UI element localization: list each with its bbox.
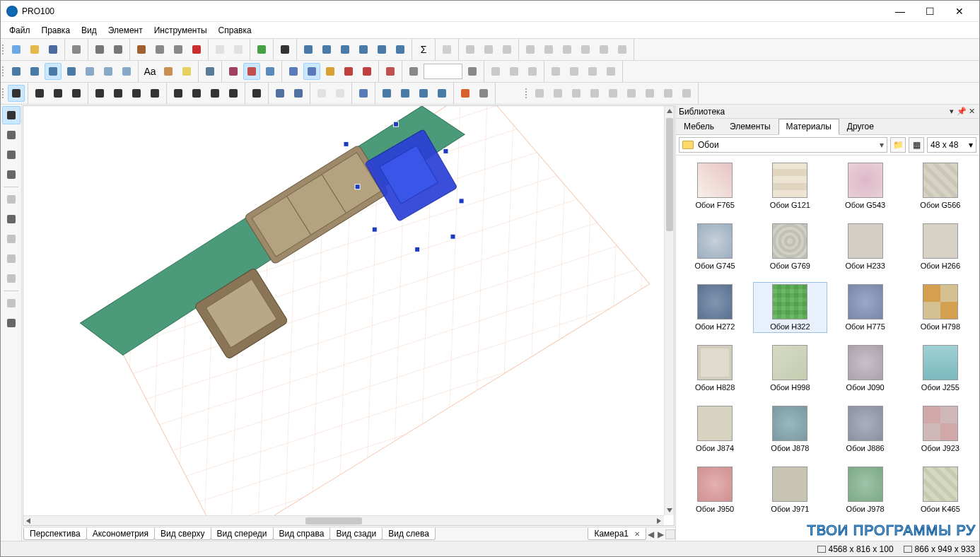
node-edit-icon[interactable] [49, 85, 66, 102]
combine-icon[interactable] [475, 85, 492, 102]
scale-icon[interactable] [225, 85, 242, 102]
material-item[interactable]: Обои J923 [904, 404, 976, 454]
section-tool-icon[interactable] [2, 146, 21, 164]
material-item[interactable]: Обои H266 [904, 222, 976, 271]
snap-tan-icon[interactable] [397, 85, 414, 102]
menu-элемент[interactable]: Элемент [103, 23, 148, 37]
material-item[interactable]: Обои J950 [679, 465, 751, 515]
zoom-tool-icon[interactable] [2, 314, 21, 332]
anchor-icon[interactable] [128, 85, 145, 102]
ruler-icon[interactable] [248, 85, 265, 102]
zoom-in-icon[interactable] [464, 63, 481, 80]
scrollbar-vertical[interactable] [664, 106, 674, 515]
material-item[interactable]: Обои G543 [829, 161, 902, 211]
pier-tool-icon[interactable] [2, 210, 21, 228]
flatten-icon[interactable] [355, 41, 372, 58]
tab-overflow[interactable] [665, 529, 675, 539]
menu-вид[interactable]: Вид [76, 23, 103, 37]
layers-icon[interactable] [392, 41, 409, 58]
library-tab-другое[interactable]: Другое [839, 119, 882, 134]
explode-icon[interactable] [457, 85, 474, 102]
viewtab-1[interactable]: Аксонометрия [86, 528, 155, 540]
viewtab-camera[interactable]: Камера1✕ [588, 528, 646, 540]
print-icon[interactable] [91, 41, 108, 58]
maximize-button[interactable]: ☐ [916, 3, 944, 20]
snap-int-icon[interactable] [433, 85, 450, 102]
eyedropper-tool-icon[interactable] [2, 165, 21, 184]
move-icon[interactable] [188, 85, 205, 102]
select-icon[interactable] [31, 85, 48, 102]
text-annot-icon[interactable]: Aa [141, 63, 158, 80]
library-pin-icon[interactable]: 📌 [957, 107, 967, 117]
unhide-icon[interactable] [290, 85, 307, 102]
view-back-icon[interactable] [100, 63, 117, 80]
check-icon[interactable] [276, 41, 293, 58]
material-item[interactable]: Обои J878 [754, 404, 826, 454]
library-close-icon[interactable]: ✕ [967, 107, 976, 117]
canvas[interactable] [23, 105, 675, 526]
snap-end-icon[interactable] [285, 63, 302, 80]
material-item[interactable]: Обои H998 [754, 344, 826, 393]
menu-справка[interactable]: Справка [213, 23, 257, 37]
view-right-icon[interactable] [81, 63, 98, 80]
export-icon[interactable] [68, 41, 85, 58]
library-viewmode-button[interactable]: ▦ [909, 137, 924, 153]
material-item[interactable]: Обои H233 [829, 222, 902, 271]
snap-perp-icon[interactable] [378, 85, 395, 102]
menu-правка[interactable]: Правка [36, 23, 76, 37]
snap-grid-icon[interactable] [8, 85, 25, 102]
align-panel-icon[interactable] [300, 41, 317, 58]
sum-icon[interactable]: Σ [415, 41, 432, 58]
view-front-icon[interactable] [63, 63, 80, 80]
unanchor-icon[interactable] [146, 85, 163, 102]
mirror2-icon[interactable] [206, 85, 223, 102]
cut-icon[interactable] [133, 41, 150, 58]
material-item[interactable]: Обои H775 [829, 283, 902, 332]
material-item[interactable]: Обои H828 [679, 344, 751, 393]
crosshair-icon[interactable] [355, 85, 372, 102]
scrollbar-horizontal[interactable] [23, 515, 664, 525]
hide-icon[interactable] [272, 85, 288, 102]
copy-icon[interactable] [151, 41, 168, 58]
zoom-out-icon[interactable] [405, 63, 422, 80]
library-tab-мебель[interactable]: Мебель [676, 119, 722, 134]
menu-инструменты[interactable]: Инструменты [148, 23, 213, 37]
link-icon[interactable] [202, 63, 218, 80]
material-item[interactable]: Обои G769 [754, 222, 826, 271]
viewtab-4[interactable]: Вид справа [273, 528, 331, 540]
material-item[interactable]: Обои J971 [754, 465, 826, 515]
material-item[interactable]: Обои J255 [904, 344, 976, 393]
camera-icon[interactable] [382, 63, 399, 80]
print-preview-icon[interactable] [110, 41, 127, 58]
viewtab-6[interactable]: Вид слева [382, 528, 436, 540]
grid-icon[interactable] [243, 63, 260, 80]
snap-center-icon[interactable] [322, 63, 339, 80]
menu-файл[interactable]: Файл [4, 23, 36, 37]
library-thumbsize-combo[interactable]: 48 x 48 ▾ [927, 137, 976, 153]
paste-icon[interactable] [170, 41, 187, 58]
magnet-icon[interactable] [340, 63, 357, 80]
close-button[interactable]: ✕ [945, 3, 974, 20]
material-item[interactable]: Обои F765 [679, 161, 751, 211]
snap-near-icon[interactable] [415, 85, 432, 102]
material-item[interactable]: Обои G566 [904, 161, 976, 211]
tab-scroll-right[interactable]: ▶ [655, 529, 665, 539]
arrange-icon[interactable] [337, 41, 354, 58]
delete-icon[interactable] [188, 41, 205, 58]
zoom-combo[interactable] [424, 64, 462, 79]
distribute-icon[interactable] [318, 41, 335, 58]
material-item[interactable]: Обои J978 [829, 465, 902, 515]
group-panel-icon[interactable] [373, 41, 390, 58]
open-icon[interactable] [26, 41, 43, 58]
snap-mid-icon[interactable] [303, 63, 320, 80]
view-persp-icon[interactable] [8, 63, 25, 80]
material-item[interactable]: Обои H798 [904, 283, 976, 332]
material-item[interactable]: Обои J874 [679, 404, 751, 454]
dimension-icon[interactable] [225, 63, 242, 80]
minimize-button[interactable]: — [886, 3, 914, 20]
properties-icon[interactable] [253, 41, 270, 58]
library-tab-материалы[interactable]: Материалы [778, 119, 839, 135]
pointer-tool-icon[interactable] [2, 106, 21, 124]
viewtab-3[interactable]: Вид спереди [211, 528, 274, 540]
save-icon[interactable] [45, 41, 62, 58]
